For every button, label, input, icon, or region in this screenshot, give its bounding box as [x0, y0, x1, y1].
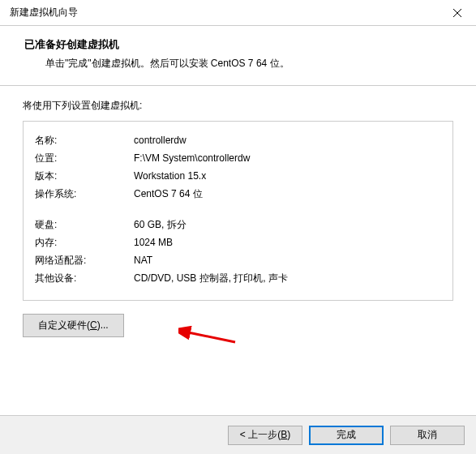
- window-title: 新建虚拟机向导: [10, 6, 78, 19]
- settings-val-memory: 1024 MB: [134, 233, 441, 251]
- settings-key-disk: 硬盘:: [35, 216, 134, 233]
- settings-row: 其他设备: CD/DVD, USB 控制器, 打印机, 声卡: [35, 269, 441, 287]
- titlebar: 新建虚拟机向导: [0, 0, 476, 26]
- settings-key-os: 操作系统:: [35, 185, 134, 203]
- cancel-button[interactable]: 取消: [390, 426, 465, 445]
- settings-summary-box: 名称: controllerdw 位置: F:\VM System\contro…: [23, 121, 453, 301]
- settings-intro-label: 将使用下列设置创建虚拟机:: [23, 99, 453, 113]
- close-button[interactable]: [439, 0, 476, 26]
- wizard-header-subtitle: 单击"完成"创建虚拟机。然后可以安装 CentOS 7 64 位。: [24, 57, 452, 71]
- settings-key-version: 版本:: [35, 167, 134, 185]
- wizard-header: 已准备好创建虚拟机 单击"完成"创建虚拟机。然后可以安装 CentOS 7 64…: [0, 26, 476, 86]
- customize-hardware-button[interactable]: 自定义硬件(C)...: [23, 314, 124, 337]
- settings-key-location: 位置:: [35, 149, 134, 167]
- settings-row: 硬盘: 60 GB, 拆分: [35, 216, 441, 233]
- settings-val-version: Workstation 15.x: [134, 167, 441, 185]
- settings-row: 版本: Workstation 15.x: [35, 167, 441, 185]
- settings-row: 名称: controllerdw: [35, 131, 441, 149]
- settings-val-other: CD/DVD, USB 控制器, 打印机, 声卡: [134, 269, 441, 287]
- settings-val-name: controllerdw: [134, 131, 441, 149]
- close-icon: [453, 9, 461, 17]
- settings-val-disk: 60 GB, 拆分: [134, 216, 441, 233]
- settings-val-network: NAT: [134, 251, 441, 269]
- settings-row: 位置: F:\VM System\controllerdw: [35, 149, 441, 167]
- settings-key-other: 其他设备:: [35, 269, 134, 287]
- settings-key-name: 名称:: [35, 131, 134, 149]
- wizard-header-title: 已准备好创建虚拟机: [24, 37, 452, 52]
- back-button[interactable]: < 上一步(B): [228, 426, 302, 445]
- settings-row: 操作系统: CentOS 7 64 位: [35, 185, 441, 203]
- content-area: 将使用下列设置创建虚拟机: 名称: controllerdw 位置: F:\VM…: [0, 86, 476, 337]
- settings-val-os: CentOS 7 64 位: [134, 185, 441, 203]
- settings-val-location: F:\VM System\controllerdw: [134, 149, 441, 167]
- finish-button[interactable]: 完成: [309, 426, 384, 445]
- settings-key-memory: 内存:: [35, 233, 134, 251]
- settings-row: 内存: 1024 MB: [35, 233, 441, 251]
- settings-row: 网络适配器: NAT: [35, 251, 441, 269]
- settings-key-network: 网络适配器:: [35, 251, 134, 269]
- wizard-footer: < 上一步(B) 完成 取消: [0, 415, 476, 454]
